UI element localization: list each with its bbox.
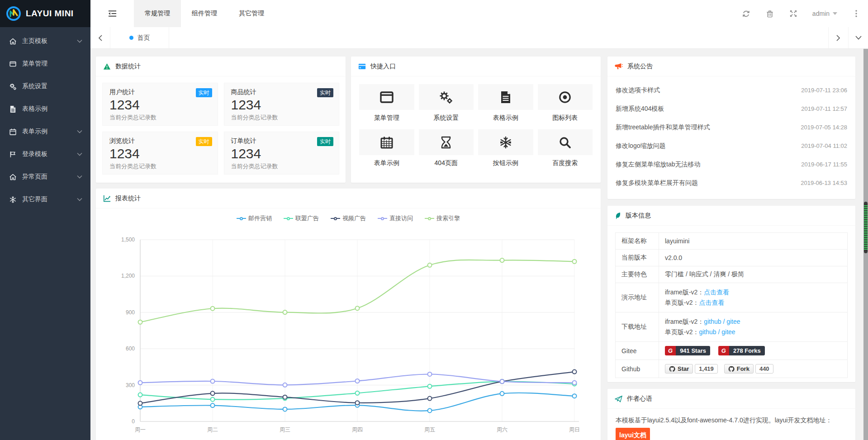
notice-item[interactable]: 修改logo缩放问题 2019-07-04 11:02 (616, 137, 847, 155)
sidebar-item-system-settings[interactable]: 系统设置 (0, 75, 90, 98)
legend-item[interactable]: 邮件营销 (237, 214, 272, 222)
home-icon (9, 173, 17, 181)
github-fork-count[interactable]: 440 (755, 364, 773, 374)
quick-entry-menu[interactable]: 菜单管理 (359, 84, 414, 122)
demo-link-iframe[interactable]: 点击查看 (704, 289, 729, 296)
sidebar-item-login-templates[interactable]: 登录模板 (0, 143, 90, 166)
gears-icon (439, 90, 453, 104)
stat-product[interactable]: 商品统计 1234 当前分类总记录数 实时 (224, 83, 340, 126)
stat-value: 1234 (231, 145, 332, 162)
page-scrollbar[interactable] (863, 49, 868, 440)
stat-desc: 当前分类总记录数 (231, 162, 332, 170)
status-badge: 实时 (317, 137, 333, 146)
sidebar-item-label: 菜单管理 (22, 60, 47, 68)
notice-item[interactable]: 新增系统404模板 2019-07-11 12:57 (616, 99, 847, 118)
flag-icon (9, 151, 17, 158)
github-star-count[interactable]: 1,419 (695, 364, 718, 374)
legend-item[interactable]: 搜索引擎 (425, 214, 460, 222)
notice-item[interactable]: 修改选项卡样式 2019-07-11 23:06 (616, 81, 847, 99)
stat-views[interactable]: 浏览统计 1234 当前分类总记录数 实时 (102, 132, 218, 175)
username: admin (812, 10, 830, 17)
notice-item[interactable]: 修复多模块菜单栏展开有问题 2019-06-13 14:53 (616, 174, 847, 192)
quick-entry-settings[interactable]: 系统设置 (419, 84, 474, 122)
file-icon (500, 91, 511, 104)
sidebar-item-menu-management[interactable]: 菜单管理 (0, 52, 90, 75)
quick-entry-form[interactable]: 表单示例 (359, 129, 414, 167)
chevron-down-icon (77, 39, 82, 43)
quick-entry-buttons[interactable]: 按钮示例 (478, 129, 533, 167)
sidebar-item-error-pages[interactable]: 异常页面 (0, 166, 90, 188)
top-header: 常规管理 组件管理 其它管理 admin (90, 0, 868, 27)
stat-user[interactable]: 用户统计 1234 当前分类总记录数 实时 (102, 83, 218, 126)
header-actions: admin (735, 0, 868, 27)
dot-circle-icon (559, 91, 571, 104)
author-card: 作者心语 本模板基于layui2.5.4以及font-awesome-4.7.0… (607, 389, 855, 440)
github-star-button[interactable]: Star (665, 364, 693, 374)
collapse-menu-button[interactable] (90, 0, 134, 27)
app-logo[interactable]: LAYUI MINI (0, 0, 90, 27)
paper-plane-icon (615, 395, 622, 402)
notice-item[interactable]: 新增treetable插件和菜单管理样式 2019-07-05 14:28 (616, 118, 847, 137)
svg-text:900: 900 (126, 309, 135, 316)
header-tab-general[interactable]: 常规管理 (134, 0, 181, 27)
gitee-forks-badge[interactable]: G278 Forks (718, 346, 765, 355)
caret-down-icon (833, 12, 837, 15)
stat-orders[interactable]: 订单统计 1234 当前分类总记录数 实时 (224, 132, 340, 175)
table-row: 下载地址 iframe版-v2：github / gitee 单页版-v2：gi… (616, 312, 848, 342)
refresh-button[interactable] (735, 0, 758, 27)
sidebar-item-form-examples[interactable]: 表单示例 (0, 120, 90, 143)
sidebar-item-label: 登录模板 (22, 150, 47, 158)
github-fork-button[interactable]: Fork (724, 364, 754, 374)
refresh-icon (742, 10, 750, 18)
sidebar-item-label: 异常页面 (22, 173, 47, 181)
tab-home[interactable]: 首页 (110, 27, 169, 48)
tab-home-label: 首页 (138, 34, 150, 42)
legend-item[interactable]: 直接访问 (378, 214, 413, 222)
stat-desc: 当前分类总记录数 (231, 114, 332, 122)
tab-scroll-right-button[interactable] (828, 27, 848, 48)
tab-operations-button[interactable] (848, 27, 868, 48)
sidebar-menu: 主页模板 菜单管理 系统设置 表格示例 表单示例 登录模板 异常页面 (0, 27, 90, 211)
download-link-gitee[interactable]: gitee (726, 318, 740, 325)
clear-cache-button[interactable] (758, 0, 782, 27)
legend-item[interactable]: 联盟广告 (284, 214, 319, 222)
user-menu[interactable]: admin (805, 10, 844, 17)
chevron-down-icon (77, 198, 82, 201)
download-link-gitee[interactable]: gitee (721, 328, 735, 336)
svg-text:0: 0 (132, 418, 135, 425)
page-tabbar: 首页 (90, 27, 868, 49)
header-tab-other[interactable]: 其它管理 (228, 0, 275, 27)
fullscreen-button[interactable] (782, 0, 805, 27)
gitee-stars-badge[interactable]: G941 Stars (665, 346, 710, 355)
author-card-title: 作者心语 (627, 395, 652, 403)
sidebar-item-other-ui[interactable]: 其它界面 (0, 188, 90, 211)
more-options-button[interactable] (844, 0, 868, 27)
download-link-github[interactable]: github (699, 328, 716, 336)
svg-text:周五: 周五 (424, 426, 435, 433)
version-card: 版本信息 框架名称 layuimini 当前版本 v2.0.0 主要特色 零门槛… (607, 206, 855, 382)
svg-text:周三: 周三 (280, 426, 290, 433)
tab-scroll-left-button[interactable] (90, 27, 110, 48)
gitee-logo-icon: G (665, 346, 676, 355)
chart-legend: 邮件营销联盟广告视频广告直接访问搜索引擎 (96, 214, 601, 222)
quick-entry-icons[interactable]: 图标列表 (538, 84, 593, 122)
stat-label: 用户统计 (109, 88, 211, 96)
quick-entry-baidu[interactable]: 百度搜索 (538, 129, 593, 167)
active-tab-dot (129, 36, 133, 40)
download-link-github[interactable]: github (704, 318, 721, 325)
legend-item[interactable]: 视频广告 (331, 214, 366, 222)
chevron-down-icon (77, 130, 82, 133)
quick-entry-404[interactable]: 404页面 (419, 129, 474, 167)
quick-entry-table[interactable]: 表格示例 (478, 84, 533, 122)
outdent-icon (108, 10, 117, 17)
sidebar-item-table-examples[interactable]: 表格示例 (0, 98, 90, 120)
trash-icon (766, 10, 773, 18)
stat-label: 浏览统计 (109, 137, 211, 145)
home-icon (9, 38, 17, 45)
scrollbar-thumb[interactable] (864, 202, 868, 253)
header-tab-components[interactable]: 组件管理 (181, 0, 228, 27)
notice-item[interactable]: 修复左侧菜单缩放tab无法移动 2019-06-17 11:55 (616, 155, 847, 174)
layui-doc-badge[interactable]: layui文档 (616, 428, 650, 440)
demo-link-spa[interactable]: 点击查看 (699, 299, 724, 306)
sidebar-item-home-templates[interactable]: 主页模板 (0, 30, 90, 52)
